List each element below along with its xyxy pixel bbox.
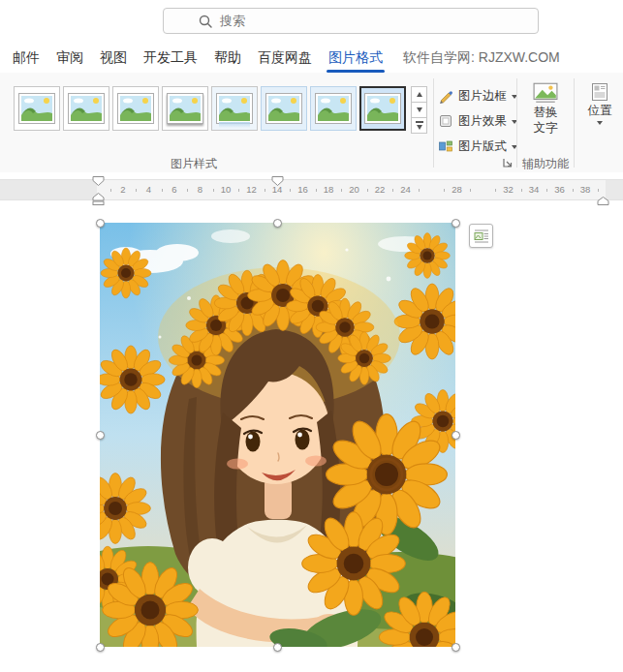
picture-border-label: 图片边框 bbox=[458, 88, 507, 105]
picture-style-item-2[interactable] bbox=[63, 86, 109, 131]
alt-text-icon bbox=[533, 82, 558, 104]
picture-style-item-7[interactable] bbox=[310, 86, 357, 131]
selection-handle-w[interactable] bbox=[96, 431, 105, 440]
ruler-tick bbox=[521, 189, 522, 192]
indent-marker[interactable] bbox=[271, 172, 284, 190]
group-separator bbox=[433, 78, 434, 168]
position-icon bbox=[590, 82, 609, 102]
first-line-indent-marker[interactable] bbox=[92, 172, 105, 190]
ruler-tick bbox=[444, 189, 445, 192]
ruler-number: 18 bbox=[324, 180, 334, 199]
picture-style-item-3[interactable] bbox=[112, 86, 159, 131]
gallery-scroll-down-button[interactable] bbox=[411, 102, 427, 118]
accessibility-group-label: 辅助功能 bbox=[517, 156, 574, 172]
selection-handle-n[interactable] bbox=[273, 219, 282, 228]
more-bar-icon bbox=[416, 121, 423, 123]
group-separator bbox=[516, 78, 517, 168]
layout-options-icon bbox=[473, 228, 490, 245]
watermark-text: 软件自学网: RJZXW.COM bbox=[403, 43, 560, 73]
document-area bbox=[0, 205, 623, 672]
ruler-number: 10 bbox=[221, 180, 232, 199]
alt-text-label-line2: 文字 bbox=[534, 121, 558, 135]
gallery-more-button[interactable] bbox=[411, 117, 427, 134]
picture-effects-label: 图片效果 bbox=[458, 113, 507, 130]
ruler-tick bbox=[470, 189, 471, 192]
ruler-number: 24 bbox=[400, 180, 411, 199]
selection-handle-e[interactable] bbox=[452, 431, 460, 440]
picture-style-item-5[interactable] bbox=[211, 86, 258, 131]
alt-text-label-line1: 替换 bbox=[534, 106, 558, 119]
ruler-number: 12 bbox=[246, 180, 257, 199]
ruler-number: 38 bbox=[580, 180, 591, 199]
ruler-number: 16 bbox=[297, 180, 308, 199]
pen-icon bbox=[438, 88, 453, 104]
selection-handle-sw[interactable] bbox=[96, 643, 105, 652]
search-placeholder: 搜索 bbox=[220, 13, 245, 30]
ruler-number: 28 bbox=[452, 180, 462, 199]
ruler-tick bbox=[265, 189, 265, 192]
ruler-tick bbox=[187, 189, 188, 192]
selection-handle-se[interactable] bbox=[452, 643, 460, 652]
ruler-number: 36 bbox=[554, 180, 565, 199]
tab-mail[interactable]: 邮件 bbox=[13, 43, 40, 73]
search-input[interactable]: 搜索 bbox=[163, 8, 539, 34]
picture-layout-label: 图片版式 bbox=[458, 138, 507, 155]
arrow-up-icon bbox=[417, 92, 422, 97]
ruler-tick bbox=[573, 189, 574, 192]
ruler-number: 32 bbox=[503, 180, 514, 199]
arrow-down-icon bbox=[417, 125, 422, 130]
position-label: 位置 bbox=[588, 104, 612, 117]
layout-icon bbox=[438, 138, 453, 154]
selected-image-sunflower-girl[interactable] bbox=[100, 223, 455, 647]
horizontal-ruler: 246810121416182022242832343638 bbox=[0, 172, 623, 205]
chevron-down-icon bbox=[597, 121, 603, 125]
picture-layout-button[interactable]: 图片版式 bbox=[438, 135, 517, 158]
menu-bar: 邮件 审阅 视图 开发工具 帮助 百度网盘 图片格式 软件自学网: RJZXW.… bbox=[0, 43, 623, 73]
ruler-number: 8 bbox=[198, 180, 202, 199]
ruler-number: 4 bbox=[146, 180, 151, 199]
group-separator bbox=[574, 78, 575, 168]
picture-style-item-4[interactable] bbox=[162, 86, 208, 131]
sunflower-girl-illustration bbox=[100, 223, 455, 647]
search-icon bbox=[199, 15, 212, 28]
selection-handle-s[interactable] bbox=[273, 643, 282, 652]
ruler-tick bbox=[110, 189, 111, 192]
picture-style-item-8-selected[interactable] bbox=[359, 86, 406, 131]
ruler-tick bbox=[546, 189, 547, 192]
tab-baidu-netdisk[interactable]: 百度网盘 bbox=[258, 43, 312, 73]
selection-handle-ne[interactable] bbox=[452, 219, 460, 228]
ruler-tick bbox=[290, 189, 291, 192]
tab-picture-format[interactable]: 图片格式 bbox=[328, 43, 383, 73]
ruler-tick bbox=[213, 189, 214, 192]
tab-help[interactable]: 帮助 bbox=[214, 43, 241, 73]
ruler-tick bbox=[341, 189, 342, 192]
position-button[interactable]: 位置 bbox=[577, 82, 622, 125]
tab-review[interactable]: 审阅 bbox=[56, 43, 83, 73]
dialog-launcher-icon[interactable] bbox=[501, 156, 514, 169]
title-bar: 搜索 bbox=[0, 0, 623, 43]
ruler-tick bbox=[367, 189, 368, 192]
picture-style-item-1[interactable] bbox=[14, 86, 60, 131]
picture-border-button[interactable]: 图片边框 bbox=[438, 84, 517, 107]
ruler-tick bbox=[495, 189, 496, 192]
ruler-number: 20 bbox=[349, 180, 359, 199]
picture-styles-group-label: 图片样式 bbox=[143, 156, 244, 172]
ruler-tick bbox=[136, 189, 137, 192]
layout-options-button[interactable] bbox=[469, 224, 493, 248]
effects-icon bbox=[438, 113, 453, 129]
selection-handle-nw[interactable] bbox=[96, 219, 105, 228]
gallery-scroll-up-button[interactable] bbox=[411, 86, 427, 103]
ruler-number: 22 bbox=[375, 180, 386, 199]
tab-view[interactable]: 视图 bbox=[100, 43, 127, 73]
ruler-tick bbox=[419, 189, 420, 192]
alt-text-button[interactable]: 替换 文字 bbox=[521, 82, 570, 135]
arrow-down-icon bbox=[417, 107, 422, 112]
ruler-number: 2 bbox=[120, 180, 125, 199]
ruler-tick bbox=[162, 189, 163, 192]
ruler-tick bbox=[316, 189, 317, 192]
picture-style-item-6[interactable] bbox=[261, 86, 307, 131]
tab-developer[interactable]: 开发工具 bbox=[143, 43, 198, 73]
ruler-tick bbox=[238, 189, 239, 192]
picture-effects-button[interactable]: 图片效果 bbox=[438, 109, 517, 133]
ruler-tick bbox=[392, 189, 393, 192]
